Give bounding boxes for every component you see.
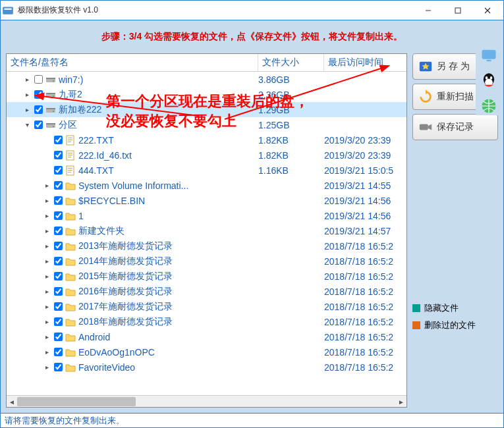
monitor-icon[interactable] bbox=[480, 47, 498, 65]
file-row[interactable]: ▸2018年施耐德发货记录2018/7/18 16:5:2 bbox=[7, 314, 406, 329]
file-name: 九哥2 bbox=[59, 89, 258, 101]
expander-icon[interactable]: ▸ bbox=[22, 90, 32, 99]
col-time[interactable]: 最后访问时间 bbox=[324, 54, 406, 71]
horizontal-scrollbar[interactable]: ◄ ► bbox=[7, 395, 406, 407]
svg-rect-13 bbox=[46, 108, 55, 109]
row-checkbox[interactable] bbox=[54, 227, 63, 235]
file-row[interactable]: ▸2015年施耐德发货记录2018/7/18 16:5:2 bbox=[7, 269, 406, 284]
expander-icon[interactable]: ▸ bbox=[22, 105, 32, 115]
expander-icon[interactable]: ▸ bbox=[42, 242, 51, 251]
row-checkbox[interactable] bbox=[54, 272, 63, 281]
expander-icon[interactable]: ▸ bbox=[42, 333, 51, 342]
expander-icon[interactable]: ▸ bbox=[22, 75, 32, 84]
row-checkbox[interactable] bbox=[54, 317, 63, 326]
rescan-label: 重新扫描 bbox=[437, 91, 474, 103]
svg-point-39 bbox=[486, 76, 488, 80]
row-checkbox[interactable] bbox=[34, 105, 43, 114]
file-row[interactable]: ▸九哥22.36GB bbox=[7, 87, 406, 102]
row-checkbox[interactable] bbox=[54, 181, 63, 190]
file-row[interactable]: ▸$RECYCLE.BIN2019/3/21 14:56 bbox=[7, 193, 406, 208]
file-name: 分区 bbox=[59, 119, 258, 131]
expander-icon[interactable]: ▸ bbox=[42, 227, 51, 236]
expander-icon[interactable]: ▸ bbox=[42, 363, 51, 372]
save-log-button[interactable]: 保存记录 bbox=[412, 114, 498, 140]
expander-icon[interactable]: ▸ bbox=[42, 287, 51, 296]
folder-icon bbox=[65, 241, 76, 252]
row-checkbox[interactable] bbox=[54, 302, 63, 311]
folder-icon bbox=[65, 286, 76, 297]
file-row[interactable]: ▾分区1.25GB bbox=[7, 117, 406, 132]
row-checkbox[interactable] bbox=[34, 90, 43, 99]
legend: 隐藏文件 删除过的文件 bbox=[412, 302, 498, 336]
expander-icon[interactable] bbox=[42, 166, 51, 175]
file-row[interactable]: ▸新建文件夹2019/3/21 14:57 bbox=[7, 223, 406, 238]
folder-icon bbox=[65, 302, 76, 312]
content-area: 步骤：3/4 勾选需要恢复的文件，点《保存文件》按钮，将文件复制出来。 文件名/… bbox=[1, 20, 503, 413]
file-row[interactable]: ▸win7:)3.86GB bbox=[7, 72, 406, 87]
expander-icon[interactable]: ▾ bbox=[22, 120, 32, 130]
file-row[interactable]: ▸2016年施耐德发货记录2018/7/18 16:5:2 bbox=[7, 284, 406, 299]
minimize-button[interactable] bbox=[413, 1, 443, 20]
row-checkbox[interactable] bbox=[54, 333, 63, 341]
file-row[interactable]: 222.TXT1.82KB2019/3/20 23:39 bbox=[7, 132, 406, 147]
scroll-left-arrow[interactable]: ◄ bbox=[7, 396, 17, 408]
file-time: 2019/3/21 15:0:5 bbox=[324, 165, 406, 176]
scroll-right-arrow[interactable]: ► bbox=[396, 396, 406, 408]
row-checkbox[interactable] bbox=[54, 196, 63, 205]
expander-icon[interactable]: ▸ bbox=[42, 348, 51, 357]
row-checkbox[interactable] bbox=[54, 166, 63, 174]
svg-rect-25 bbox=[68, 157, 71, 157]
file-row[interactable]: ▸EoDvAoOg1nOPC2018/7/18 16:5:2 bbox=[7, 344, 406, 360]
row-checkbox[interactable] bbox=[54, 257, 63, 265]
file-size: 1.29GB bbox=[258, 105, 324, 115]
row-checkbox[interactable] bbox=[34, 75, 43, 84]
row-checkbox[interactable] bbox=[54, 151, 63, 159]
maximize-button[interactable] bbox=[443, 1, 472, 20]
file-row[interactable]: ▸2014年施耐德发货记录2018/7/18 16:5:2 bbox=[7, 254, 406, 269]
file-name: FavoriteVideo bbox=[78, 362, 258, 373]
file-list[interactable]: ▸win7:)3.86GB▸九哥22.36GB▸新加卷2221.29GB▾分区1… bbox=[7, 72, 406, 395]
folder-icon bbox=[65, 317, 76, 327]
folder-icon bbox=[65, 226, 76, 236]
expander-icon[interactable]: ▸ bbox=[42, 302, 51, 311]
expander-icon[interactable] bbox=[42, 136, 51, 145]
file-name: 222.TXT bbox=[78, 135, 258, 146]
file-row[interactable]: ▸FavoriteVideo2018/7/18 16:5:2 bbox=[7, 360, 406, 375]
expander-icon[interactable]: ▸ bbox=[42, 211, 51, 221]
file-name: $RECYCLE.BIN bbox=[78, 196, 258, 206]
row-checkbox[interactable] bbox=[54, 348, 63, 356]
expander-icon[interactable] bbox=[42, 151, 51, 160]
expander-icon[interactable]: ▸ bbox=[42, 257, 51, 266]
row-checkbox[interactable] bbox=[54, 136, 63, 144]
file-row[interactable]: ▸Android2018/7/18 16:5:2 bbox=[7, 329, 406, 344]
file-row[interactable]: ▸2017年施耐德发货记录2018/7/18 16:5:2 bbox=[7, 299, 406, 314]
close-button[interactable] bbox=[472, 1, 502, 20]
row-checkbox[interactable] bbox=[54, 242, 63, 250]
legend-deleted-label: 删除过的文件 bbox=[424, 319, 476, 331]
status-text: 请将需要恢复的文件复制出来。 bbox=[5, 415, 125, 427]
expander-icon[interactable]: ▸ bbox=[42, 196, 51, 205]
row-checkbox[interactable] bbox=[34, 120, 43, 129]
file-size: 1.25GB bbox=[258, 120, 324, 130]
file-row[interactable]: ▸12019/3/21 14:56 bbox=[7, 208, 406, 223]
svg-point-14 bbox=[53, 111, 54, 112]
col-size[interactable]: 文件大小 bbox=[258, 54, 324, 71]
col-name[interactable]: 文件名/盘符名 bbox=[7, 54, 258, 71]
row-checkbox[interactable] bbox=[54, 363, 63, 371]
row-checkbox[interactable] bbox=[54, 211, 63, 220]
globe-icon[interactable] bbox=[480, 97, 498, 115]
expander-icon[interactable]: ▸ bbox=[42, 272, 51, 281]
svg-rect-19 bbox=[68, 138, 72, 138]
file-row[interactable]: ▸2013年施耐德发货记录2018/7/18 16:5:2 bbox=[7, 238, 406, 254]
save-as-label: 另 存 为 bbox=[437, 61, 470, 72]
expander-icon[interactable]: ▸ bbox=[42, 317, 51, 327]
file-row[interactable]: ▸新加卷2221.29GB bbox=[7, 102, 406, 117]
file-row[interactable]: 444.TXT1.16KB2019/3/21 15:0:5 bbox=[7, 163, 406, 178]
file-row[interactable]: ▸System Volume Informati...2019/3/21 14:… bbox=[7, 178, 406, 193]
scroll-thumb[interactable] bbox=[17, 397, 136, 406]
expander-icon[interactable]: ▸ bbox=[42, 181, 51, 190]
txt-icon bbox=[65, 165, 76, 176]
row-checkbox[interactable] bbox=[54, 287, 63, 296]
file-row[interactable]: 222.Id_46.txt1.82KB2019/3/20 23:39 bbox=[7, 147, 406, 163]
qq-icon[interactable] bbox=[480, 72, 498, 90]
